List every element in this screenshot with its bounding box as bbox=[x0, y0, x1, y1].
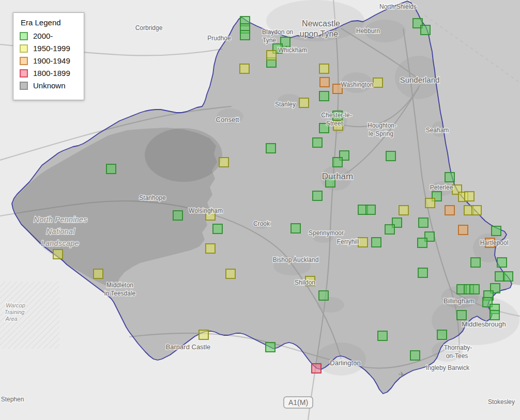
era-marker[interactable] bbox=[425, 198, 435, 208]
place-label: Tyne bbox=[263, 37, 276, 44]
era-marker[interactable] bbox=[465, 192, 474, 201]
place-label: Middlesbrough bbox=[462, 320, 506, 328]
era-marker[interactable] bbox=[219, 158, 228, 167]
era-marker[interactable] bbox=[472, 206, 481, 215]
legend-item-1900-1949: 1900-1949 bbox=[20, 56, 75, 65]
legend-item-label: Unknown bbox=[33, 81, 66, 90]
era-marker[interactable] bbox=[319, 291, 328, 300]
era-marker[interactable] bbox=[226, 269, 235, 278]
legend-item-label: 1900-1949 bbox=[33, 56, 70, 65]
era-marker[interactable] bbox=[312, 364, 321, 373]
place-label: Landscape bbox=[41, 239, 79, 247]
moorland-patch bbox=[145, 128, 222, 182]
era-marker[interactable] bbox=[213, 224, 222, 234]
legend-swatch-icon bbox=[20, 32, 28, 40]
place-label: Training bbox=[5, 309, 25, 315]
era-marker[interactable] bbox=[358, 238, 368, 247]
place-label: Ingleby Barwick bbox=[426, 364, 470, 371]
legend-swatch-icon bbox=[20, 82, 28, 90]
legend-item-label: 2000- bbox=[33, 32, 53, 40]
era-marker[interactable] bbox=[490, 310, 499, 320]
legend-item-1800-1899: 1800-1899 bbox=[20, 69, 75, 77]
place-label: Ferryhill bbox=[337, 238, 359, 245]
place-label: Sunderland bbox=[400, 75, 440, 84]
era-marker[interactable] bbox=[418, 268, 427, 277]
place-label: Wolsingham bbox=[189, 207, 223, 214]
place-label: Barnard Castle bbox=[166, 343, 211, 351]
place-label: in Teesdale bbox=[104, 290, 136, 297]
era-marker[interactable] bbox=[421, 25, 430, 35]
era-marker[interactable] bbox=[94, 269, 103, 278]
era-marker[interactable] bbox=[240, 30, 250, 40]
era-marker[interactable] bbox=[373, 78, 383, 87]
place-label: Peterlee bbox=[430, 184, 453, 191]
era-marker[interactable] bbox=[267, 51, 276, 60]
era-marker[interactable] bbox=[106, 164, 116, 174]
era-marker[interactable] bbox=[399, 206, 408, 215]
place-label: Durham bbox=[322, 172, 353, 181]
era-marker[interactable] bbox=[437, 330, 447, 339]
place-label: Middleton bbox=[106, 282, 133, 289]
place-label: Hartlepool bbox=[480, 239, 509, 246]
legend-item-label: 1950-1999 bbox=[33, 44, 70, 53]
road-shield-label: A1(M) bbox=[288, 398, 308, 407]
era-marker[interactable] bbox=[313, 138, 322, 147]
era-marker[interactable] bbox=[385, 225, 394, 234]
place-label: North Shields bbox=[379, 3, 417, 10]
road-shield: A1(M) bbox=[284, 397, 313, 408]
era-marker[interactable] bbox=[445, 206, 454, 215]
place-label: North Pennines bbox=[34, 215, 87, 224]
airport-icon: ✈ bbox=[399, 370, 405, 379]
era-marker[interactable] bbox=[503, 272, 513, 281]
legend-swatch-icon bbox=[20, 57, 28, 65]
place-label: Hebburn bbox=[356, 27, 380, 35]
era-marker[interactable] bbox=[386, 151, 395, 161]
place-label: Blaydon on bbox=[262, 28, 293, 36]
era-marker[interactable] bbox=[378, 331, 387, 340]
legend-item-unknown: Unknown bbox=[20, 81, 75, 90]
place-label: Crook bbox=[253, 220, 270, 227]
era-marker[interactable] bbox=[445, 173, 454, 182]
place-label: Darlington bbox=[330, 359, 360, 367]
era-marker[interactable] bbox=[471, 258, 480, 267]
place-label: Thornaby- bbox=[444, 344, 472, 351]
era-marker[interactable] bbox=[458, 225, 468, 235]
place-label: Corbridge bbox=[135, 24, 163, 32]
era-marker[interactable] bbox=[492, 226, 501, 236]
era-marker[interactable] bbox=[173, 211, 182, 220]
era-marker[interactable] bbox=[299, 98, 309, 107]
era-marker[interactable] bbox=[266, 144, 276, 153]
place-label: Houghton- bbox=[368, 122, 396, 129]
era-marker[interactable] bbox=[419, 218, 428, 227]
place-label: Stokesley bbox=[488, 398, 515, 406]
era-marker[interactable] bbox=[418, 238, 427, 247]
legend-swatch-icon bbox=[20, 44, 28, 53]
place-label: Seaham bbox=[426, 127, 449, 134]
era-marker[interactable] bbox=[457, 310, 466, 320]
place-label: Whickham bbox=[278, 46, 307, 54]
era-marker[interactable] bbox=[291, 224, 300, 233]
era-marker[interactable] bbox=[333, 158, 342, 167]
era-marker[interactable] bbox=[313, 191, 322, 200]
place-label: Stanley bbox=[275, 101, 296, 108]
place-label: Chester-le- bbox=[321, 112, 351, 119]
era-marker[interactable] bbox=[53, 250, 63, 259]
place-label: Street bbox=[326, 120, 343, 127]
era-marker[interactable] bbox=[372, 238, 381, 247]
place-label: Stephen bbox=[1, 396, 24, 403]
era-marker[interactable] bbox=[266, 343, 275, 352]
map-canvas[interactable]: ✈ North ShieldsNewcastleupon TyneHebburn… bbox=[0, 0, 520, 420]
era-marker[interactable] bbox=[366, 205, 375, 214]
era-marker[interactable] bbox=[320, 77, 329, 87]
era-marker[interactable] bbox=[470, 285, 479, 294]
era-marker[interactable] bbox=[199, 330, 208, 339]
era-marker[interactable] bbox=[410, 351, 420, 360]
era-marker[interactable] bbox=[319, 91, 329, 101]
era-legend: Era Legend 2000-1950-19991900-19491800-1… bbox=[13, 12, 84, 100]
era-marker[interactable] bbox=[497, 258, 507, 267]
era-marker[interactable] bbox=[319, 64, 329, 73]
era-marker[interactable] bbox=[206, 244, 215, 253]
era-marker[interactable] bbox=[240, 64, 249, 73]
legend-item-1950-1999: 1950-1999 bbox=[20, 44, 75, 53]
place-label: Washington bbox=[341, 81, 374, 88]
